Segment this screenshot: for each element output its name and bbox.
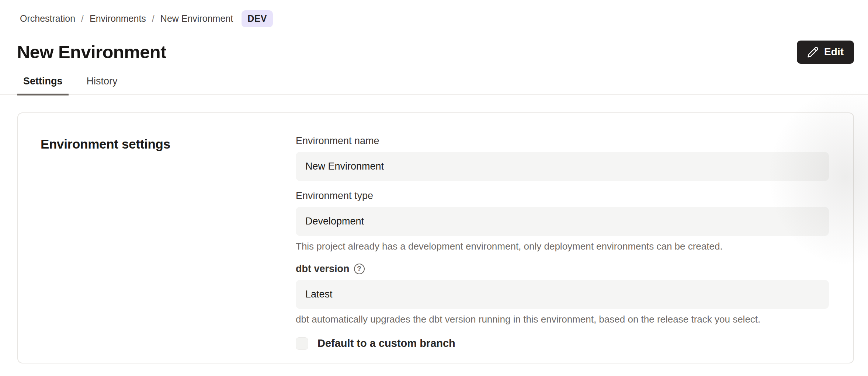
environment-type-label: Environment type — [296, 190, 829, 202]
environment-name-input[interactable] — [296, 152, 829, 181]
breadcrumb-item-orchestration[interactable]: Orchestration — [20, 13, 75, 24]
environment-name-label: Environment name — [296, 135, 829, 147]
field-dbt-version: dbt version ? dbt automatically upgrades… — [296, 263, 829, 325]
default-custom-branch-label: Default to a custom branch — [317, 337, 455, 349]
environment-type-input[interactable] — [296, 207, 829, 236]
page: Orchestration / Environments / New Envir… — [0, 0, 868, 376]
breadcrumb-separator: / — [152, 13, 154, 24]
dbt-version-helper-text: dbt automatically upgrades the dbt versi… — [296, 314, 829, 325]
card-heading: Environment settings — [41, 135, 296, 363]
breadcrumb-item-environments[interactable]: Environments — [90, 13, 146, 24]
pencil-icon — [807, 46, 819, 58]
default-custom-branch-row[interactable]: Default to a custom branch — [296, 337, 829, 350]
dbt-version-label-text: dbt version — [296, 263, 350, 275]
tab-settings[interactable]: Settings — [17, 76, 69, 94]
breadcrumb-separator: / — [81, 13, 84, 24]
page-title: New Environment — [17, 42, 166, 62]
page-header: New Environment Edit — [17, 41, 854, 64]
tabs: Settings History — [0, 76, 868, 95]
environment-type-helper-text: This project already has a development e… — [296, 241, 829, 252]
dbt-version-input[interactable] — [296, 280, 829, 309]
field-environment-type: Environment type This project already ha… — [296, 190, 829, 252]
help-icon[interactable]: ? — [354, 264, 365, 274]
dbt-version-label: dbt version ? — [296, 263, 829, 275]
breadcrumb-item-new-environment[interactable]: New Environment — [160, 13, 233, 24]
default-custom-branch-checkbox[interactable] — [296, 337, 308, 350]
edit-button[interactable]: Edit — [797, 41, 854, 64]
environment-dev-badge: DEV — [242, 10, 273, 27]
tab-history[interactable]: History — [81, 76, 124, 94]
environment-settings-form: Environment name Environment type This p… — [296, 135, 829, 363]
breadcrumb: Orchestration / Environments / New Envir… — [0, 0, 868, 27]
environment-settings-card: Environment settings Environment name En… — [17, 112, 854, 363]
edit-button-label: Edit — [824, 46, 844, 58]
field-environment-name: Environment name — [296, 135, 829, 181]
